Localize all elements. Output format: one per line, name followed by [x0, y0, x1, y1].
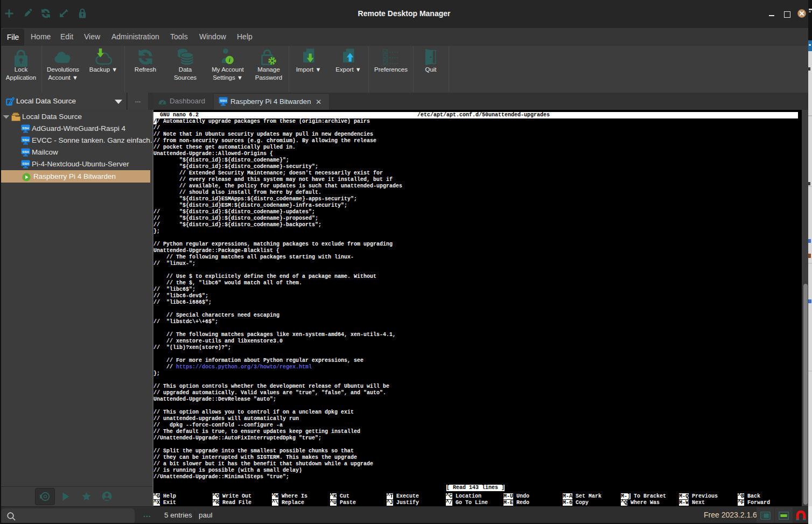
- svg-text:SSH: SSH: [22, 150, 29, 153]
- svg-text:SSH: SSH: [22, 127, 29, 130]
- svg-text:SSH: SSH: [22, 138, 29, 142]
- svg-text:SSH: SSH: [22, 162, 29, 165]
- svg-text:SSH: SSH: [220, 99, 227, 102]
